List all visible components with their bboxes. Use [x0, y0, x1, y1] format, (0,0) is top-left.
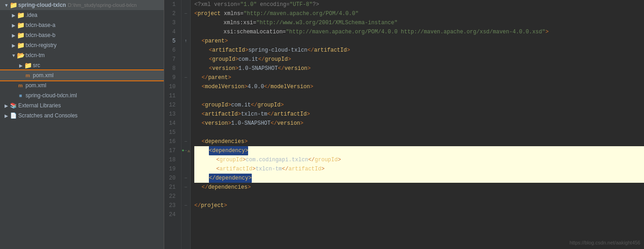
file-tree[interactable]: ▼ 📁 spring-cloud-txlcn D:\hm_study\sprin…	[0, 0, 164, 249]
fold-icon-20[interactable]: ─	[185, 176, 187, 180]
l19-t2: artifactId	[288, 164, 321, 174]
xml-pi-val1: "1.0"	[240, 0, 257, 9]
sidebar-item-idea[interactable]: ▶ 📁 .idea	[0, 10, 164, 20]
l5-b1: <	[202, 37, 205, 46]
line-num-2: 2	[166, 9, 177, 18]
l21-b1: </	[202, 183, 208, 192]
fold-icon-17[interactable]: ─	[185, 148, 187, 153]
l6-t2: artifactId	[314, 46, 347, 55]
gutter-21: ─	[182, 183, 190, 192]
l17-sel: <dependency>	[209, 146, 248, 155]
gutter-1	[182, 0, 190, 9]
code-content[interactable]: <?xml version="1.0" encoding="UTF-8"?> <…	[191, 0, 644, 249]
l6-text: spring-cloud-txlcn	[248, 46, 307, 55]
l2-b1: <	[194, 9, 197, 18]
l8-b3: </	[278, 64, 284, 73]
l8-b1: <	[209, 64, 212, 73]
gutter-3	[182, 18, 190, 27]
l8-b2: >	[235, 64, 239, 73]
fold-icon-2[interactable]: ─	[185, 11, 187, 16]
base-b-folder-icon: 📁	[17, 32, 24, 39]
l2-v1: "http://maven.apache.org/POM/4.0.0"	[244, 9, 358, 18]
sidebar-item-external-libraries[interactable]: ▶ 📚 External Libraries	[0, 101, 164, 111]
l6-b1: <	[209, 46, 212, 55]
gutter-8	[182, 64, 190, 73]
l14-text: 1.0-SNAPSHOT	[231, 119, 270, 128]
sidebar-item-iml[interactable]: ▶ ■ spring-cloud-txlcn.iml	[0, 90, 164, 101]
xml-pi-3: ?>	[312, 0, 319, 9]
line-num-4: 4	[166, 27, 177, 37]
code-line-18: <groupId>com.codingapi.txlcn</groupId>	[194, 155, 644, 164]
l8-b4: >	[307, 64, 311, 73]
l9-b2: >	[228, 73, 231, 82]
sidebar-item-txlcn-base-b[interactable]: ▶ 📁 txlcn-base-b	[0, 30, 164, 40]
iml-label: spring-cloud-txlcn.iml	[26, 92, 77, 99]
fold-icon-23[interactable]: ─	[185, 203, 187, 208]
sidebar-item-pom-xml-outer[interactable]: ▶ m pom.xml	[0, 80, 164, 90]
gutter-18	[182, 155, 190, 164]
tm-arrow: ▼	[11, 53, 16, 58]
gutter-20: ─	[182, 174, 190, 183]
l16-t1: dependencies	[205, 137, 244, 146]
l9-b1: </	[202, 73, 208, 82]
line-num-5: 5	[166, 37, 177, 46]
tm-folder-icon: 📂	[17, 52, 24, 59]
base-b-arrow: ▶	[11, 33, 16, 38]
gutter-24	[182, 210, 190, 219]
root-label: spring-cloud-txlcn	[18, 2, 66, 8]
l12-t1: groupId	[205, 101, 228, 110]
sidebar-item-scratches[interactable]: ▶ 📄 Scratches and Consoles	[0, 111, 164, 121]
l18-t1: groupId	[219, 155, 242, 164]
line-num-14: 14	[166, 119, 177, 128]
line-num-16: 16	[166, 137, 177, 146]
l8-text: 1.0-SNAPSHOT	[239, 64, 278, 73]
l13-b4: >	[306, 110, 310, 119]
code-line-21: </dependencies>	[194, 183, 644, 192]
l18-b4: >	[338, 155, 341, 164]
line-num-15: 15	[166, 128, 177, 137]
tree-root[interactable]: ▼ 📁 spring-cloud-txlcn D:\hm_study\sprin…	[0, 0, 164, 10]
fold-icon-5[interactable]: ↑	[185, 39, 187, 43]
watermark: https://blog.csdn.net/aakight456	[570, 240, 640, 245]
code-line-10: <modelVersion>4.0.0</modelVersion>	[194, 82, 644, 91]
base-a-arrow: ▶	[11, 23, 16, 28]
l12-t2: groupId	[257, 101, 280, 110]
gutter-17: ● ─ ⚠	[182, 146, 190, 155]
fold-icon-16[interactable]: ─	[185, 139, 187, 144]
l18-b2: >	[243, 155, 246, 164]
gutter-11	[182, 91, 190, 101]
code-line-4: xsi:schemaLocation="http://maven.apache.…	[194, 27, 644, 37]
xml-pi-2: encoding=	[257, 0, 290, 9]
sidebar-item-pom-xml-inner[interactable]: ▶ m pom.xml	[0, 70, 164, 80]
l7-t2: groupId	[265, 55, 287, 64]
gutter-19	[182, 164, 190, 174]
gutter-10	[182, 82, 190, 91]
l6-b2: >	[245, 46, 248, 55]
l16-b1: <	[202, 137, 205, 146]
fold-icon-9[interactable]: ─	[185, 75, 187, 80]
bookmark-icon-17: ●	[182, 148, 184, 153]
sidebar-item-txlcn-tm[interactable]: ▼ 📂 txlcn-tm	[0, 50, 164, 60]
line-num-10: 10	[166, 82, 177, 91]
sidebar-item-txlcn-registry[interactable]: ▶ 📁 txlcn-registry	[0, 40, 164, 50]
code-line-24	[194, 210, 644, 219]
l3-v1: "http://www.w3.org/2001/XMLSchema-instan…	[256, 18, 398, 27]
line-num-19: 19	[166, 164, 177, 174]
fold-icon-21[interactable]: ─	[185, 185, 187, 190]
l8-t1: version	[212, 64, 235, 73]
l18-b3: </	[308, 155, 315, 164]
code-editor[interactable]: 1 2 3 4 5 6 7 8 9 10 11 12 13 14 15 16 1…	[164, 0, 644, 249]
sidebar-item-src[interactable]: ▶ 📁 src	[0, 60, 164, 70]
l2-t1: project	[197, 9, 220, 18]
code-line-16: <dependencies>	[194, 137, 644, 146]
code-line-3: xmlns:xsi="http://www.w3.org/2001/XMLSch…	[194, 18, 644, 27]
root-path: D:\hm_study\spring-cloud-txlcn	[68, 2, 137, 8]
gutter-14	[182, 119, 190, 128]
libraries-label: External Libraries	[18, 102, 61, 109]
code-line-2: <project xmlns="http://maven.apache.org/…	[194, 9, 644, 18]
l23-b2: >	[224, 201, 227, 210]
sidebar-item-txlcn-base-a[interactable]: ▶ 📁 txlcn-base-a	[0, 20, 164, 30]
l19-b3: </	[282, 164, 288, 174]
l21-t1: dependencies	[208, 183, 247, 192]
line-num-22: 22	[166, 192, 177, 201]
